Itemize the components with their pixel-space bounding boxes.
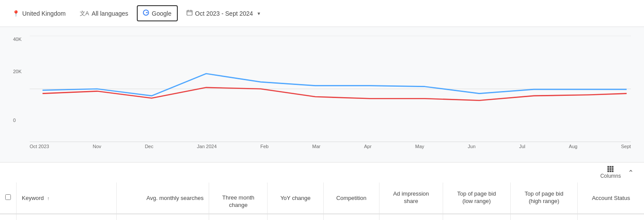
columns-label: Columns bbox=[600, 173, 621, 179]
svg-rect-1 bbox=[187, 10, 192, 15]
x-label-feb: Feb bbox=[260, 144, 268, 149]
language-icon: 文A bbox=[80, 10, 89, 17]
x-label-may: May bbox=[415, 144, 424, 149]
th-ad-impression[interactable]: Ad impressionshare bbox=[379, 183, 443, 214]
search-engine-label: Google bbox=[152, 10, 171, 17]
x-label-oct2023: Oct 2023 bbox=[30, 144, 49, 149]
th-checkbox bbox=[0, 183, 17, 214]
columns-grid-icon bbox=[607, 166, 613, 172]
language-label: All languages bbox=[92, 10, 128, 17]
th-top-bid-high[interactable]: Top of page bid(high range) bbox=[510, 183, 578, 214]
x-label-jan2024: Jan 2024 bbox=[197, 144, 217, 149]
search-engine-filter[interactable]: Google bbox=[137, 5, 177, 21]
row-checkbox-cell bbox=[0, 214, 17, 220]
table-toolbar: Columns ⌃ bbox=[0, 162, 644, 183]
table-row: living room furniture 22,200 0% -18% bbox=[0, 214, 644, 220]
row-account-status bbox=[578, 214, 644, 220]
location-label: United Kingdom bbox=[22, 10, 66, 17]
chevron-down-icon: ▾ bbox=[258, 10, 260, 17]
x-label-sept: Sept bbox=[621, 144, 631, 149]
row-three-month: 0% bbox=[209, 214, 268, 220]
th-competition[interactable]: Competition bbox=[323, 183, 379, 214]
th-account-status[interactable]: Account Status bbox=[578, 183, 644, 214]
x-label-jun: Jun bbox=[468, 144, 476, 149]
row-keyword: living room furniture bbox=[17, 214, 117, 220]
th-top-bid-low[interactable]: Top of page bid(low range) bbox=[443, 183, 510, 214]
th-avg-monthly[interactable]: Avg. monthly searches bbox=[117, 183, 209, 214]
keywords-table: Keyword ↑ Avg. monthly searches Three mo… bbox=[0, 183, 644, 220]
y-label-40k: 40K bbox=[13, 37, 30, 42]
x-label-apr: Apr bbox=[364, 144, 372, 149]
date-range-label: Oct 2023 - Sept 2024 bbox=[195, 10, 253, 17]
row-yoy: -18% bbox=[268, 214, 323, 220]
x-label-mar: Mar bbox=[312, 144, 320, 149]
th-three-month[interactable]: Three monthchange bbox=[209, 183, 268, 214]
select-all-checkbox[interactable] bbox=[5, 194, 11, 200]
location-icon: 📍 bbox=[12, 10, 20, 17]
x-label-dec: Dec bbox=[145, 144, 153, 149]
search-engine-icon bbox=[143, 10, 149, 17]
row-competition: High bbox=[323, 214, 379, 220]
x-label-nov: Nov bbox=[93, 144, 102, 149]
chart-container: 40K 20K 0 Oct 2023 Nov De bbox=[0, 27, 644, 162]
y-label-0: 0 bbox=[13, 118, 30, 123]
x-label-jul: Jul bbox=[519, 144, 525, 149]
table-header-row: Keyword ↑ Avg. monthly searches Three mo… bbox=[0, 183, 644, 214]
toolbar: 📍 United Kingdom 文A All languages Google… bbox=[0, 0, 644, 27]
date-range-filter[interactable]: Oct 2023 - Sept 2024 ▾ bbox=[181, 6, 265, 20]
row-top-bid-low: £0.29 bbox=[443, 214, 510, 220]
table-section: Columns ⌃ Keyword ↑ Avg. monthly searche… bbox=[0, 162, 644, 220]
sort-icon: ↑ bbox=[47, 196, 50, 201]
th-keyword[interactable]: Keyword ↑ bbox=[17, 183, 117, 214]
x-axis-labels: Oct 2023 Nov Dec Jan 2024 Feb Mar Apr Ma… bbox=[30, 142, 631, 149]
calendar-icon bbox=[186, 10, 193, 17]
chart-svg bbox=[30, 36, 631, 142]
row-top-bid-high: £1.19 bbox=[510, 214, 578, 220]
row-avg-monthly: 22,200 bbox=[117, 214, 209, 220]
collapse-button[interactable]: ⌃ bbox=[624, 167, 637, 179]
location-filter[interactable]: 📍 United Kingdom bbox=[7, 7, 71, 20]
row-ad-impression: < 1% bbox=[379, 214, 443, 220]
language-filter[interactable]: 文A All languages bbox=[75, 6, 134, 21]
x-label-aug: Aug bbox=[569, 144, 578, 149]
columns-button[interactable]: Columns bbox=[600, 166, 621, 179]
y-label-20k: 20K bbox=[13, 69, 30, 74]
th-yoy[interactable]: YoY change bbox=[268, 183, 323, 214]
